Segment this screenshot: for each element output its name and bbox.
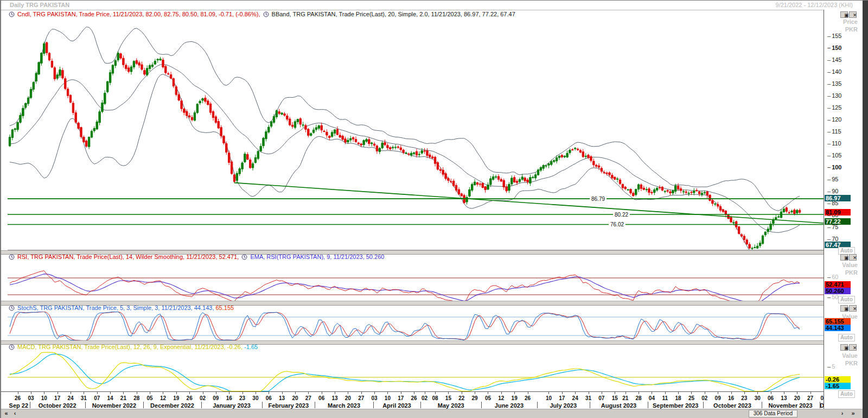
day-tick-label: 31 [81, 395, 87, 401]
day-tick-label: 05 [485, 395, 491, 401]
price-level-label[interactable]: 86.79 [590, 196, 607, 202]
day-tick-mark [110, 392, 111, 394]
date-range-label: 9/21/2022 - 12/12/2023 (KHI) [776, 2, 853, 8]
panel-close-button[interactable]: ✕ [849, 254, 857, 261]
rsi-chart-canvas[interactable] [8, 260, 824, 301]
value-axis-badge: 52.471 [825, 281, 851, 288]
day-tick-mark [691, 392, 692, 394]
price-tick-label: –95 [827, 176, 838, 182]
day-tick-mark [374, 392, 375, 394]
day-tick-mark [269, 392, 269, 394]
day-tick-mark [308, 392, 309, 394]
day-tick-label: 13 [279, 395, 285, 401]
scroll-right-button[interactable]: › [838, 410, 846, 417]
rsi-legend-text[interactable]: RSI, TRG PAKISTAN, Trade Price(Last), 14… [17, 254, 240, 260]
scroll-far-left-button[interactable]: « [2, 410, 10, 417]
panel-restore-button[interactable]: ▣ [840, 11, 848, 18]
day-tick-mark [705, 392, 705, 394]
day-tick-label: 23 [741, 395, 747, 401]
day-tick-label: 27 [358, 395, 364, 401]
panel-close-button[interactable]: ✕ [849, 344, 857, 351]
day-tick-label: 06 [318, 395, 324, 401]
day-tick-label: 28 [133, 395, 139, 401]
value-axis-badge: 65.155 [825, 318, 851, 325]
day-tick-mark [163, 392, 163, 394]
day-tick-mark [589, 392, 589, 394]
month-label: November 2022 [85, 402, 143, 409]
panel-restore-button[interactable]: ▣ [840, 254, 848, 261]
price-tick-label: –150 [827, 45, 841, 51]
rsi-tick-label: –50 [827, 294, 838, 300]
price-level-label[interactable]: 76.02 [609, 221, 626, 227]
macd-legend-text[interactable]: MACD, TRG PAKISTAN, Trade Price(Last), 1… [17, 344, 244, 350]
month-label: September 2023 [648, 402, 703, 409]
day-tick-label: 23 [239, 395, 245, 401]
bband-legend-text[interactable]: BBand, TRG PAKISTAN, Trade Price(Last), … [272, 11, 515, 17]
macd-chart-canvas[interactable] [8, 351, 824, 392]
day-tick-label: 08 [432, 395, 438, 401]
stoch-chart-canvas[interactable] [8, 312, 824, 341]
day-tick-mark [757, 392, 758, 394]
day-tick-label: 05 [147, 395, 153, 401]
day-tick-label: 24 [572, 395, 578, 401]
day-tick-mark [176, 392, 177, 394]
time-axis[interactable]: 2603101724310714212805121926020916233006… [1, 391, 863, 409]
time-scrollbar[interactable]: « ‹ 306 Data Period › » [1, 409, 863, 418]
day-tick-label: 17 [398, 395, 404, 401]
day-tick-label: 10 [385, 395, 391, 401]
month-label: April 2023 [373, 402, 421, 409]
axis-auto-scale-button[interactable]: Auto [838, 247, 855, 255]
month-label: Sep 22 [8, 402, 29, 409]
rsi-ema-legend-text[interactable]: EMA, RSI(TRG PAKISTAN), 9, 11/21/2023, 5… [250, 254, 384, 260]
scroll-far-right-button[interactable]: » [849, 410, 857, 417]
day-tick-label: 18 [675, 395, 681, 401]
price-axis-title: Price [824, 18, 858, 25]
day-tick-label: 20 [292, 395, 298, 401]
month-label: October 2023 [703, 402, 761, 409]
day-tick-mark [387, 392, 388, 394]
day-tick-mark [797, 392, 797, 394]
day-tick-label: 12 [498, 395, 504, 401]
day-tick-label: 30 [252, 395, 258, 401]
value-axis-badge: 86.97 [825, 195, 851, 201]
day-tick-mark [97, 392, 98, 394]
panel-restore-button[interactable]: ▣ [840, 344, 848, 351]
price-tick-label: –130 [827, 92, 841, 99]
month-label: May 2023 [420, 402, 481, 409]
day-tick-mark [652, 392, 652, 394]
day-tick-mark [242, 392, 243, 394]
day-tick-mark [678, 392, 679, 394]
main-price-chart-canvas[interactable]: 86.7980.2276.02 [8, 18, 824, 250]
day-tick-mark [295, 392, 296, 394]
macd-signal-value: -1.65 [244, 344, 258, 350]
day-tick-mark [731, 392, 732, 394]
axis-auto-scale-button[interactable]: Auto [838, 296, 855, 303]
stoch-legend-text[interactable]: StochS, TRG PAKISTAN, Trade Price, 5, 3,… [17, 305, 215, 311]
day-tick-label: 25 [688, 395, 694, 401]
panel-close-button[interactable]: ✕ [849, 305, 857, 312]
day-tick-mark [528, 392, 528, 394]
day-tick-label: 21 [120, 395, 126, 401]
month-label: October 2022 [30, 402, 85, 409]
day-tick-label: 19 [173, 395, 179, 401]
day-tick-mark [84, 392, 84, 394]
day-tick-label: 04 [649, 395, 655, 401]
chart-title: Daily TRG PAKISTAN [10, 2, 69, 8]
day-tick-label: 26 [187, 395, 193, 401]
value-axis-column[interactable]: ▣✕PricePKR–155–150–145–140–135–130–125–1… [824, 10, 863, 409]
panel-restore-button[interactable]: ▣ [840, 305, 848, 312]
scroll-left-button[interactable]: ‹ [11, 410, 19, 417]
price-level-label[interactable]: 80.22 [613, 212, 630, 218]
panel-close-button[interactable]: ✕ [849, 11, 857, 18]
day-tick-label: 20 [794, 395, 800, 401]
day-tick-label: 06 [768, 395, 774, 401]
day-tick-mark [282, 392, 283, 394]
day-tick-mark [448, 392, 449, 394]
axis-auto-scale-button[interactable]: Auto [838, 390, 855, 398]
value-axis-badge: -1.65 [825, 383, 851, 389]
day-tick-mark [548, 392, 549, 394]
value-axis-badge: 77.22 [825, 218, 851, 225]
axis-auto-scale-button[interactable]: Auto [838, 334, 855, 341]
candle-legend-text[interactable]: Cndl, TRG PAKISTAN, Trade Price, 11/21/2… [17, 11, 261, 17]
day-tick-label: 31 [585, 395, 591, 401]
